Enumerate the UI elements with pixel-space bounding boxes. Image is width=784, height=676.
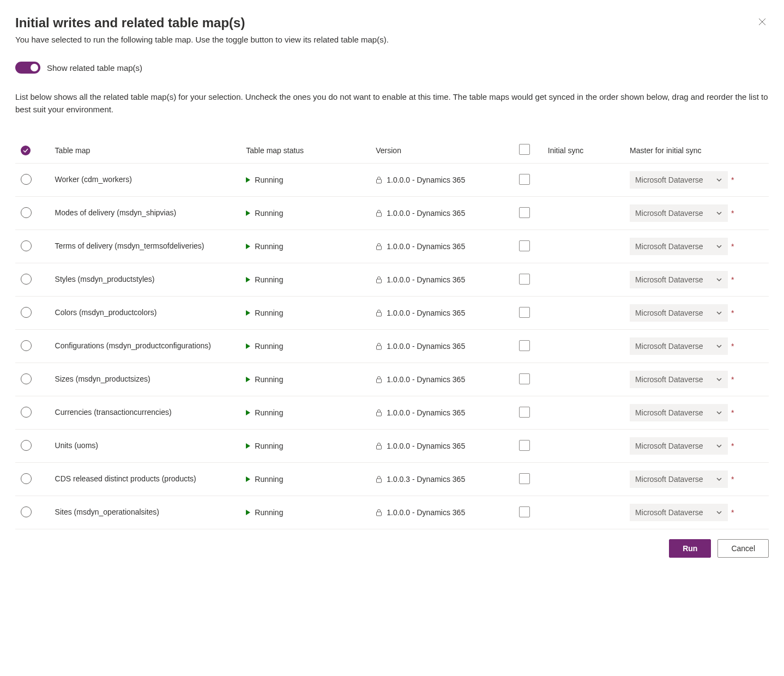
initial-sync-checkbox[interactable]: [519, 373, 530, 384]
column-header-status[interactable]: Table map status: [240, 137, 370, 164]
lock-icon: [376, 409, 382, 417]
svg-rect-9: [377, 412, 382, 416]
status-text: Running: [255, 309, 283, 317]
version-text: 1.0.0.0 - Dynamics 365: [387, 442, 465, 450]
chevron-down-icon: [716, 409, 722, 416]
select-all-checkmark-icon[interactable]: [21, 146, 31, 155]
column-header-tablemap[interactable]: Table map: [50, 137, 241, 164]
status-text: Running: [255, 176, 283, 184]
master-select[interactable]: Microsoft Dataverse: [630, 504, 728, 521]
initial-sync-checkbox[interactable]: [519, 174, 530, 185]
row-radio[interactable]: [21, 207, 32, 218]
tablemap-name: Sizes (msdyn_productsizes): [55, 374, 236, 385]
row-radio[interactable]: [21, 373, 32, 384]
column-header-initialsync[interactable]: Initial sync: [542, 137, 624, 164]
chevron-down-icon: [716, 210, 722, 216]
master-select[interactable]: Microsoft Dataverse: [630, 404, 728, 421]
tablemap-name: Worker (cdm_workers): [55, 174, 236, 185]
chevron-down-icon: [716, 177, 722, 183]
running-icon: [246, 510, 250, 515]
lock-icon: [376, 509, 382, 516]
version-text: 1.0.0.0 - Dynamics 365: [387, 242, 465, 251]
master-select[interactable]: Microsoft Dataverse: [630, 437, 728, 455]
column-header-version[interactable]: Version: [370, 137, 514, 164]
master-select-value: Microsoft Dataverse: [635, 375, 703, 384]
master-select[interactable]: Microsoft Dataverse: [630, 271, 728, 288]
initial-sync-checkbox[interactable]: [519, 407, 530, 418]
version-text: 1.0.0.0 - Dynamics 365: [387, 176, 465, 184]
master-select-value: Microsoft Dataverse: [635, 408, 703, 417]
master-select[interactable]: Microsoft Dataverse: [630, 371, 728, 388]
row-radio[interactable]: [21, 440, 32, 451]
row-radio[interactable]: [21, 240, 32, 251]
initial-sync-checkbox[interactable]: [519, 440, 530, 451]
table-row: Worker (cdm_workers) Running 1.0.0.0 - D…: [15, 164, 769, 197]
master-select[interactable]: Microsoft Dataverse: [630, 171, 728, 189]
initial-sync-header-checkbox[interactable]: [519, 144, 530, 155]
running-icon: [246, 377, 250, 382]
row-radio[interactable]: [21, 407, 32, 418]
running-icon: [246, 177, 250, 183]
row-radio[interactable]: [21, 174, 32, 185]
row-radio[interactable]: [21, 307, 32, 318]
lock-icon: [376, 376, 382, 383]
tablemap-name: Configurations (msdyn_productconfigurati…: [55, 341, 236, 352]
show-related-toggle[interactable]: [15, 62, 40, 74]
lock-icon: [376, 243, 382, 250]
tablemap-name: Sites (msdyn_operationalsites): [55, 507, 236, 518]
required-indicator: *: [731, 275, 734, 284]
version-text: 1.0.0.0 - Dynamics 365: [387, 408, 465, 417]
initial-sync-checkbox[interactable]: [519, 340, 530, 351]
status-text: Running: [255, 375, 283, 384]
description: List below shows all the related table m…: [15, 91, 769, 116]
initial-sync-checkbox[interactable]: [519, 473, 530, 484]
svg-rect-5: [377, 279, 382, 283]
close-icon: [758, 17, 767, 28]
chevron-down-icon: [716, 443, 722, 449]
svg-rect-3: [377, 213, 382, 216]
required-indicator: *: [731, 408, 734, 417]
version-text: 1.0.0.0 - Dynamics 365: [387, 209, 465, 218]
close-button[interactable]: [756, 15, 769, 31]
chevron-down-icon: [716, 509, 722, 516]
svg-rect-8: [377, 379, 382, 383]
run-button[interactable]: Run: [669, 539, 711, 558]
row-radio[interactable]: [21, 506, 32, 517]
svg-rect-2: [377, 179, 382, 183]
running-icon: [246, 476, 250, 482]
lock-icon: [376, 342, 382, 350]
required-indicator: *: [731, 475, 734, 484]
master-select-value: Microsoft Dataverse: [635, 209, 703, 218]
master-select[interactable]: Microsoft Dataverse: [630, 204, 728, 222]
master-select[interactable]: Microsoft Dataverse: [630, 470, 728, 488]
svg-rect-11: [377, 479, 382, 482]
master-select-value: Microsoft Dataverse: [635, 342, 703, 351]
initial-sync-checkbox[interactable]: [519, 506, 530, 517]
row-radio[interactable]: [21, 340, 32, 351]
row-radio[interactable]: [21, 473, 32, 484]
row-radio[interactable]: [21, 274, 32, 285]
initial-sync-checkbox[interactable]: [519, 207, 530, 218]
lock-icon: [376, 209, 382, 217]
chevron-down-icon: [716, 343, 722, 349]
initial-sync-checkbox[interactable]: [519, 274, 530, 285]
page-subtitle: You have selected to run the following t…: [15, 35, 389, 44]
master-select-value: Microsoft Dataverse: [635, 275, 703, 284]
master-select[interactable]: Microsoft Dataverse: [630, 337, 728, 355]
column-header-master[interactable]: Master for initial sync: [624, 137, 769, 164]
cancel-button[interactable]: Cancel: [717, 539, 769, 558]
status-text: Running: [255, 508, 283, 517]
running-icon: [246, 410, 250, 415]
master-select[interactable]: Microsoft Dataverse: [630, 304, 728, 322]
initial-sync-checkbox[interactable]: [519, 307, 530, 318]
chevron-down-icon: [716, 476, 722, 482]
version-text: 1.0.0.0 - Dynamics 365: [387, 375, 465, 384]
version-text: 1.0.0.0 - Dynamics 365: [387, 309, 465, 317]
master-select[interactable]: Microsoft Dataverse: [630, 238, 728, 255]
svg-rect-7: [377, 346, 382, 349]
table-row: Units (uoms) Running 1.0.0.0 - Dynamics …: [15, 430, 769, 463]
lock-icon: [376, 442, 382, 450]
status-text: Running: [255, 242, 283, 251]
chevron-down-icon: [716, 276, 722, 283]
initial-sync-checkbox[interactable]: [519, 240, 530, 251]
